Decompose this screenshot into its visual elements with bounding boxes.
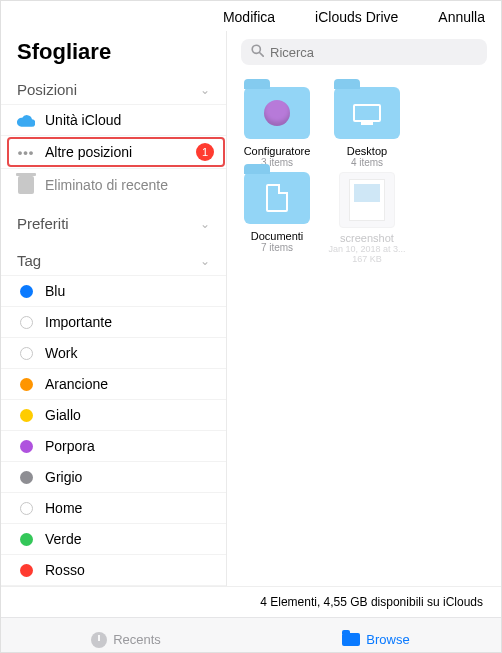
cloud-icon bbox=[17, 113, 35, 127]
tag-label: Work bbox=[45, 345, 214, 361]
tab-label: Recents bbox=[113, 632, 161, 647]
section-locations[interactable]: Posizioni ⌄ bbox=[1, 75, 226, 104]
sidebar-item-label: Unità iCloud bbox=[45, 112, 214, 128]
search-field[interactable] bbox=[241, 39, 487, 65]
item-date: Jan 10, 2018 at 3... bbox=[328, 244, 405, 254]
chevron-down-icon: ⌄ bbox=[200, 254, 210, 268]
trash-icon bbox=[17, 176, 35, 194]
tag-label: Arancione bbox=[45, 376, 214, 392]
tab-browse[interactable]: Browse bbox=[251, 618, 501, 653]
tag-label: Blu bbox=[45, 283, 214, 299]
section-label: Preferiti bbox=[17, 215, 69, 232]
tag-dot-icon bbox=[17, 533, 35, 546]
tab-label: Browse bbox=[366, 632, 409, 647]
folder-icon bbox=[244, 87, 310, 139]
item-size: 167 KB bbox=[352, 254, 382, 264]
page-title: Sfogliare bbox=[1, 35, 226, 75]
tag-item[interactable]: Porpora bbox=[1, 430, 226, 461]
items-grid: Configuratore3 itemsDesktop4 itemsDocume… bbox=[227, 75, 501, 276]
cancel-button[interactable]: Annulla bbox=[438, 9, 485, 25]
tag-item[interactable]: Grigio bbox=[1, 461, 226, 492]
tag-ring-icon bbox=[17, 347, 35, 360]
sidebar-item-more-locations[interactable]: ••• Altre posizioni 1 bbox=[1, 135, 226, 168]
more-icon: ••• bbox=[17, 145, 35, 160]
section-label: Posizioni bbox=[17, 81, 77, 98]
chevron-down-icon: ⌄ bbox=[200, 83, 210, 97]
item-name: Documenti bbox=[251, 230, 304, 242]
tab-recents[interactable]: Recents bbox=[1, 618, 251, 653]
sidebar: Sfogliare Posizioni ⌄ Unità iCloud ••• A… bbox=[1, 31, 227, 586]
sidebar-item-icloud[interactable]: Unità iCloud bbox=[1, 104, 226, 135]
tag-dot-icon bbox=[17, 564, 35, 577]
tag-dot-icon bbox=[17, 409, 35, 422]
search-input[interactable] bbox=[270, 45, 477, 60]
tag-dot-icon bbox=[17, 440, 35, 453]
item-name: Desktop bbox=[347, 145, 387, 157]
bottom-bar: Recents Browse bbox=[1, 617, 501, 653]
tag-label: Porpora bbox=[45, 438, 214, 454]
tag-ring-icon bbox=[17, 316, 35, 329]
tag-item[interactable]: Blu bbox=[1, 275, 226, 306]
folder-item[interactable]: Configuratore3 items bbox=[235, 87, 319, 168]
item-name: screenshot bbox=[340, 232, 394, 244]
folder-item[interactable]: Desktop4 items bbox=[325, 87, 409, 168]
folder-icon bbox=[334, 87, 400, 139]
chevron-down-icon: ⌄ bbox=[200, 217, 210, 231]
item-sub: 4 items bbox=[351, 157, 383, 168]
tag-item[interactable]: Importante bbox=[1, 306, 226, 337]
notification-badge: 1 bbox=[196, 143, 214, 161]
tag-dot-icon bbox=[17, 378, 35, 391]
tag-label: Grigio bbox=[45, 469, 214, 485]
sidebar-item-label: Altre posizioni bbox=[45, 144, 186, 160]
tag-item[interactable]: Arancione bbox=[1, 368, 226, 399]
folder-icon bbox=[244, 172, 310, 224]
folder-icon bbox=[342, 633, 360, 646]
tag-item[interactable]: Verde bbox=[1, 523, 226, 554]
file-item[interactable]: screenshotJan 10, 2018 at 3...167 KB bbox=[325, 172, 409, 264]
sidebar-item-recently-deleted[interactable]: Eliminato di recente bbox=[1, 168, 226, 201]
tag-label: Importante bbox=[45, 314, 214, 330]
folder-item[interactable]: Documenti7 items bbox=[235, 172, 319, 264]
item-name: Configuratore bbox=[244, 145, 311, 157]
section-tags[interactable]: Tag ⌄ bbox=[1, 246, 226, 275]
tag-item[interactable]: Home bbox=[1, 492, 226, 523]
tag-label: Verde bbox=[45, 531, 214, 547]
edit-button[interactable]: Modifica bbox=[223, 9, 275, 25]
tag-ring-icon bbox=[17, 502, 35, 515]
item-sub: 7 items bbox=[261, 242, 293, 253]
section-label: Tag bbox=[17, 252, 41, 269]
title: iClouds Drive bbox=[315, 9, 398, 25]
tag-item[interactable]: Rosso bbox=[1, 554, 226, 586]
tag-item[interactable]: Giallo bbox=[1, 399, 226, 430]
tag-item[interactable]: Work bbox=[1, 337, 226, 368]
tag-label: Giallo bbox=[45, 407, 214, 423]
svg-line-1 bbox=[260, 53, 264, 57]
tag-label: Rosso bbox=[45, 562, 214, 578]
content-area: Configuratore3 itemsDesktop4 itemsDocume… bbox=[227, 31, 501, 586]
tag-label: Home bbox=[45, 500, 214, 516]
clock-icon bbox=[91, 632, 107, 648]
file-thumb bbox=[339, 172, 395, 228]
status-bar: 4 Elementi, 4,55 GB disponibili su iClou… bbox=[1, 586, 501, 617]
sidebar-item-label: Eliminato di recente bbox=[45, 177, 214, 193]
tag-dot-icon bbox=[17, 471, 35, 484]
search-icon bbox=[251, 44, 264, 60]
section-favorites[interactable]: Preferiti ⌄ bbox=[1, 209, 226, 238]
tag-dot-icon bbox=[17, 285, 35, 298]
